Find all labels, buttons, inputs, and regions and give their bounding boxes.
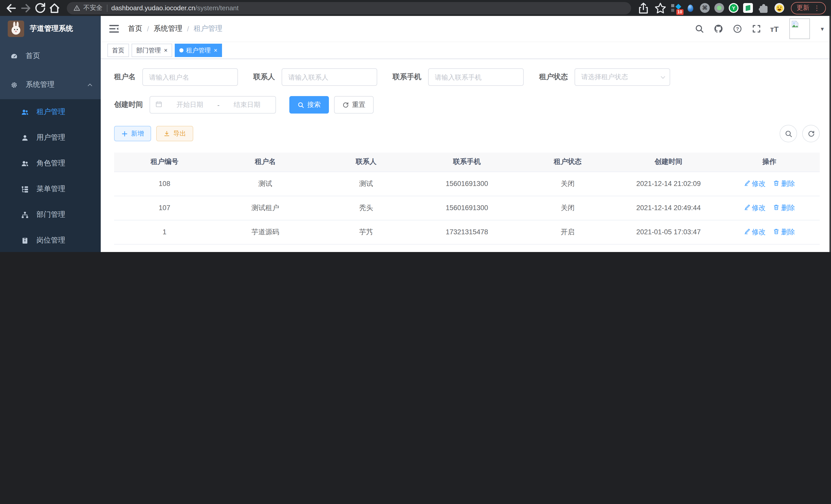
- sidebar-item-label: 岗位管理: [36, 236, 91, 245]
- sidebar-item-menu-management[interactable]: 菜单管理: [0, 176, 101, 202]
- delete-link[interactable]: 删除: [773, 227, 795, 237]
- cell-mobile: 17321315478: [417, 220, 517, 244]
- command-glyph: ⌘: [702, 5, 708, 11]
- github-icon[interactable]: [713, 24, 723, 34]
- contact-input[interactable]: [282, 68, 377, 86]
- sidebar-item-dept-management[interactable]: 部门管理: [0, 202, 101, 228]
- yudao-glyph: Y: [730, 4, 738, 12]
- table-row: 108测试测试15601691300关闭2021-12-14 21:02:09修…: [114, 172, 820, 196]
- start-date-placeholder: 开始日期: [167, 100, 213, 110]
- recorder-extension-icon[interactable]: [714, 3, 724, 13]
- tenant-name-field: 租户名: [114, 68, 238, 86]
- browser-back-icon[interactable]: [5, 2, 18, 14]
- tenant-name-label: 租户名: [114, 72, 136, 82]
- chevron-down-icon: [661, 74, 665, 79]
- browser-toolbar: 不安全 dashboard.yudao.iocoder.cn/system/te…: [0, 0, 831, 16]
- sidebar-item-home[interactable]: 首页: [0, 41, 101, 70]
- sidebar-logo-row[interactable]: 芋道管理系统: [0, 16, 101, 41]
- edit-link-label: 修改: [752, 227, 766, 237]
- table-toolbar: 新增 导出: [114, 125, 820, 142]
- sidebar-item-label: 用户管理: [36, 133, 91, 142]
- page-scrollbar[interactable]: [829, 16, 831, 252]
- update-label: 更新: [797, 4, 809, 12]
- cell-status: 关闭: [517, 172, 618, 196]
- search-button[interactable]: 搜索: [289, 96, 329, 114]
- security-status[interactable]: 不安全: [74, 4, 103, 12]
- mobile-label: 联系手机: [393, 72, 422, 82]
- edit-link[interactable]: 修改: [744, 203, 766, 212]
- date-range-picker[interactable]: 开始日期 - 结束日期: [149, 96, 276, 114]
- toggle-search-button[interactable]: [780, 125, 797, 142]
- delete-link-label: 删除: [781, 179, 795, 188]
- edit-icon: [744, 228, 750, 236]
- delete-icon: [773, 228, 780, 236]
- edit-icon: [744, 204, 750, 212]
- column-header: 租户名: [215, 153, 316, 172]
- status-select[interactable]: 请选择租户状态: [575, 68, 670, 86]
- mobile-input[interactable]: [428, 68, 524, 86]
- reset-button[interactable]: 重置: [334, 96, 374, 114]
- column-header: 联系人: [316, 153, 417, 172]
- close-tab-icon[interactable]: ×: [214, 47, 218, 53]
- browser-home-icon[interactable]: [48, 2, 61, 14]
- sidebar-item-label: 菜单管理: [36, 184, 91, 194]
- user-dropdown-caret-icon[interactable]: ▼: [820, 26, 825, 32]
- fullscreen-icon[interactable]: [751, 24, 762, 34]
- breadcrumb-system[interactable]: 系统管理: [154, 24, 182, 33]
- delete-icon: [773, 180, 780, 188]
- sidebar-item-system-management[interactable]: 系统管理: [0, 70, 101, 99]
- font-size-icon[interactable]: тT: [770, 24, 779, 33]
- roles-icon: [21, 159, 29, 168]
- date-separator: -: [218, 101, 220, 109]
- breadcrumb: 首页 / 系统管理 / 租户管理: [128, 24, 223, 33]
- extensions-puzzle-icon[interactable]: [757, 2, 770, 14]
- sidebar-item-tenant-management[interactable]: 租户管理: [0, 99, 101, 125]
- profile-avatar-icon[interactable]: [774, 3, 784, 13]
- docs-extension-icon[interactable]: [743, 3, 753, 13]
- avatar[interactable]: [790, 19, 810, 39]
- tab-dept-management[interactable]: 部门管理×: [132, 44, 172, 57]
- address-bar[interactable]: 不安全 dashboard.yudao.iocoder.cn/system/te…: [67, 2, 631, 14]
- balloon-extension-icon[interactable]: [686, 3, 695, 13]
- table-tools: [780, 125, 820, 142]
- browser-reload-icon[interactable]: [34, 2, 46, 14]
- breadcrumb-home[interactable]: 首页: [128, 24, 142, 33]
- delete-link[interactable]: 删除: [773, 179, 795, 188]
- help-icon[interactable]: ?: [732, 24, 742, 34]
- cell-actions: 修改删除: [719, 196, 820, 220]
- broken-image-icon: [791, 20, 799, 28]
- search-button-label: 搜索: [307, 100, 321, 110]
- sidebar-menu: 首页系统管理租户管理用户管理角色管理菜单管理部门管理岗位管理字典管理通知公告审计…: [0, 41, 101, 252]
- cell-id: 107: [114, 196, 215, 220]
- refresh-table-button[interactable]: [802, 125, 820, 142]
- edit-link-label: 修改: [752, 179, 766, 188]
- chrome-menu-icon[interactable]: ⋮: [813, 4, 820, 12]
- browser-forward-icon[interactable]: [20, 2, 32, 14]
- edit-link[interactable]: 修改: [744, 179, 766, 188]
- table-header-row: 租户编号租户名联系人联系手机租户状态创建时间操作: [114, 153, 820, 172]
- add-button[interactable]: 新增: [114, 126, 151, 141]
- close-tab-icon[interactable]: ×: [164, 47, 168, 53]
- cell-name: 芋道源码: [215, 220, 316, 244]
- pinned-extension-icon[interactable]: 10: [671, 3, 681, 13]
- tab-tenant-management[interactable]: 租户管理×: [175, 44, 222, 57]
- edit-link[interactable]: 修改: [744, 227, 766, 237]
- column-header: 租户状态: [517, 153, 618, 172]
- yudao-extension-icon[interactable]: Y: [729, 3, 739, 13]
- sidebar-item-user-management[interactable]: 用户管理: [0, 125, 101, 151]
- export-button[interactable]: 导出: [156, 126, 193, 141]
- chrome-update-button[interactable]: 更新 ⋮: [791, 2, 826, 14]
- sidebar-item-post-management[interactable]: 岗位管理: [0, 228, 101, 252]
- command-extension-icon[interactable]: ⌘: [700, 3, 710, 13]
- search-icon[interactable]: [694, 24, 704, 34]
- sidebar-item-label: 角色管理: [36, 159, 91, 168]
- sidebar-item-role-management[interactable]: 角色管理: [0, 151, 101, 176]
- calendar-icon: [155, 100, 163, 109]
- bookmark-star-icon[interactable]: [654, 2, 666, 14]
- filter-row-1: 租户名 联系人 联系手机 租户状态 请选择租户状态: [114, 68, 820, 86]
- tenant-name-input[interactable]: [142, 68, 238, 86]
- delete-link[interactable]: 删除: [773, 203, 795, 212]
- tab-home[interactable]: 首页: [107, 44, 129, 57]
- share-icon[interactable]: [637, 2, 650, 14]
- hamburger-icon[interactable]: [109, 23, 120, 34]
